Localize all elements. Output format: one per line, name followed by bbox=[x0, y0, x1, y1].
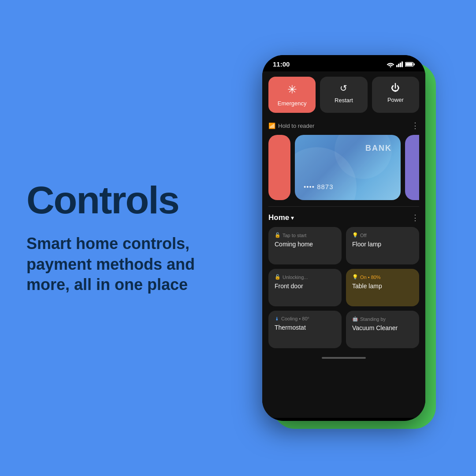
right-panel: 11:00 bbox=[229, 55, 476, 421]
card-carousel[interactable]: BANK •••• 8873 bbox=[268, 135, 419, 200]
thermostat-status: 🌡 Cooling • 80° bbox=[275, 316, 335, 321]
purple-card[interactable] bbox=[405, 135, 419, 200]
coming-home-status: 🔓 Tap to start bbox=[275, 232, 335, 238]
power-icon: ⏻ bbox=[391, 83, 400, 93]
coming-home-name: Coming home bbox=[275, 241, 335, 248]
device-card-vacuum[interactable]: 🤖 Standing by Vacuum Cleaner bbox=[346, 311, 419, 348]
home-chevron-icon: ▾ bbox=[291, 214, 294, 221]
home-title: Home bbox=[268, 213, 289, 222]
vacuum-status: 🤖 Standing by bbox=[352, 316, 413, 322]
home-indicator bbox=[262, 353, 425, 362]
status-time: 11:00 bbox=[273, 60, 290, 68]
device-card-coming-home[interactable]: 🔓 Tap to start Coming home bbox=[268, 227, 342, 264]
control-buttons: ✳ Emergency ↺ Restart ⏻ Power bbox=[262, 71, 425, 118]
bulb-off-icon: 💡 bbox=[352, 232, 358, 238]
status-bar: 11:00 bbox=[262, 55, 425, 71]
device-grid: 🔓 Tap to start Coming home 💡 Off Floo bbox=[268, 227, 419, 348]
lock-icon: 🔓 bbox=[275, 232, 281, 238]
svg-rect-3 bbox=[402, 61, 403, 67]
payment-header: 📶 Hold to reader ⋮ bbox=[268, 121, 419, 130]
device-card-front-door[interactable]: 🔓 Unlocking... Front door bbox=[268, 269, 342, 306]
signal-icon bbox=[396, 61, 403, 67]
power-button[interactable]: ⏻ Power bbox=[372, 77, 419, 113]
home-section: Home ▾ ⋮ 🔓 Tap to start bbox=[262, 208, 425, 351]
svg-rect-5 bbox=[414, 63, 415, 65]
front-door-name: Front door bbox=[275, 283, 335, 290]
payment-section: 📶 Hold to reader ⋮ BANK •••• 8873 bbox=[262, 118, 425, 205]
red-card[interactable] bbox=[268, 135, 290, 200]
status-icons bbox=[387, 61, 415, 67]
hero-subtitle: Smart home controls, payment methods and… bbox=[26, 234, 203, 295]
home-header: Home ▾ ⋮ bbox=[268, 213, 419, 223]
floor-lamp-name: Floor lamp bbox=[352, 241, 413, 248]
emergency-icon: ✳ bbox=[287, 83, 297, 97]
svg-rect-6 bbox=[405, 63, 413, 66]
bulb-on-icon: 💡 bbox=[352, 274, 358, 280]
svg-rect-1 bbox=[398, 63, 399, 67]
restart-icon: ↺ bbox=[340, 83, 347, 93]
restart-button[interactable]: ↺ Restart bbox=[320, 77, 367, 113]
battery-icon bbox=[405, 62, 415, 67]
bank-card-number: •••• 8873 bbox=[304, 183, 334, 190]
svg-rect-2 bbox=[400, 63, 401, 67]
thermo-icon: 🌡 bbox=[275, 316, 279, 321]
left-panel: Controls Smart home controls, payment me… bbox=[0, 145, 229, 331]
restart-label: Restart bbox=[335, 97, 353, 104]
phone-screen: ✳ Emergency ↺ Restart ⏻ Power bbox=[262, 71, 425, 418]
phone-outer: 11:00 bbox=[262, 55, 430, 421]
table-lamp-name: Table lamp bbox=[352, 283, 413, 290]
vacuum-icon: 🤖 bbox=[352, 316, 358, 322]
hero-title: Controls bbox=[26, 181, 203, 219]
wifi-icon bbox=[387, 61, 394, 67]
device-card-floor-lamp[interactable]: 💡 Off Floor lamp bbox=[346, 227, 419, 264]
home-menu-icon[interactable]: ⋮ bbox=[411, 213, 419, 223]
vacuum-name: Vacuum Cleaner bbox=[352, 324, 413, 331]
hold-to-reader-label: Hold to reader bbox=[278, 123, 314, 129]
payment-menu-icon[interactable]: ⋮ bbox=[411, 121, 419, 130]
emergency-label: Emergency bbox=[278, 100, 307, 107]
bank-card-name: BANK bbox=[365, 144, 392, 153]
thermostat-name: Thermostat bbox=[275, 324, 335, 331]
phone-frame: 11:00 bbox=[262, 55, 425, 421]
floor-lamp-status: 💡 Off bbox=[352, 232, 413, 238]
table-lamp-status: 💡 On • 80% bbox=[352, 274, 413, 280]
device-card-thermostat[interactable]: 🌡 Cooling • 80° Thermostat bbox=[268, 311, 342, 348]
home-title-wrapper[interactable]: Home ▾ bbox=[268, 213, 294, 222]
power-label: Power bbox=[387, 97, 404, 103]
section-divider bbox=[268, 206, 419, 207]
device-card-table-lamp[interactable]: 💡 On • 80% Table lamp bbox=[346, 269, 419, 306]
payment-header-left: 📶 Hold to reader bbox=[268, 123, 314, 129]
nfc-icon: 📶 bbox=[268, 123, 275, 129]
home-indicator-bar bbox=[322, 357, 366, 359]
svg-rect-0 bbox=[396, 65, 398, 67]
emergency-button[interactable]: ✳ Emergency bbox=[268, 77, 316, 113]
front-door-status: 🔓 Unlocking... bbox=[275, 274, 335, 280]
bank-card[interactable]: BANK •••• 8873 bbox=[295, 135, 401, 200]
door-lock-icon: 🔓 bbox=[275, 274, 281, 280]
